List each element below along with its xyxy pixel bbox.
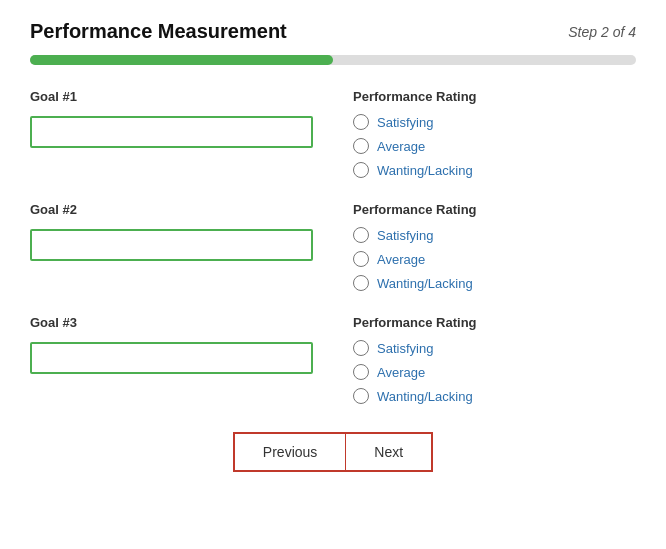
radio-label-3-2: Average (377, 365, 425, 380)
radio-option-3-3[interactable]: Wanting/Lacking (353, 388, 636, 404)
goal-row-3: Goal #3Performance RatingSatisfyingAvera… (30, 315, 636, 404)
radio-label-2-3: Wanting/Lacking (377, 276, 473, 291)
radio-input-3-1[interactable] (353, 340, 369, 356)
goal-label-1: Goal #1 (30, 89, 313, 104)
rating-label-3: Performance Rating (353, 315, 636, 330)
goal-row-1: Goal #1Performance RatingSatisfyingAvera… (30, 89, 636, 178)
rating-section-2: Performance RatingSatisfyingAverageWanti… (353, 202, 636, 291)
radio-options-2: SatisfyingAverageWanting/Lacking (353, 227, 636, 291)
radio-input-1-3[interactable] (353, 162, 369, 178)
radio-input-1-1[interactable] (353, 114, 369, 130)
progress-bar-fill (30, 55, 333, 65)
radio-option-2-3[interactable]: Wanting/Lacking (353, 275, 636, 291)
radio-input-2-1[interactable] (353, 227, 369, 243)
next-button[interactable]: Next (346, 434, 431, 470)
goal-label-3: Goal #3 (30, 315, 313, 330)
radio-input-3-3[interactable] (353, 388, 369, 404)
goal-label-2: Goal #2 (30, 202, 313, 217)
radio-option-3-1[interactable]: Satisfying (353, 340, 636, 356)
radio-options-3: SatisfyingAverageWanting/Lacking (353, 340, 636, 404)
goal-left-3: Goal #3 (30, 315, 313, 404)
radio-label-1-2: Average (377, 139, 425, 154)
progress-bar-container (30, 55, 636, 65)
radio-label-1-1: Satisfying (377, 115, 433, 130)
goal-left-1: Goal #1 (30, 89, 313, 178)
rating-section-3: Performance RatingSatisfyingAverageWanti… (353, 315, 636, 404)
radio-input-2-3[interactable] (353, 275, 369, 291)
radio-label-3-1: Satisfying (377, 341, 433, 356)
goal-input-1[interactable] (30, 116, 313, 148)
rating-section-1: Performance RatingSatisfyingAverageWanti… (353, 89, 636, 178)
radio-label-1-3: Wanting/Lacking (377, 163, 473, 178)
radio-label-2-1: Satisfying (377, 228, 433, 243)
radio-option-2-1[interactable]: Satisfying (353, 227, 636, 243)
goal-input-2[interactable] (30, 229, 313, 261)
page-title: Performance Measurement (30, 20, 287, 43)
radio-option-1-3[interactable]: Wanting/Lacking (353, 162, 636, 178)
previous-button[interactable]: Previous (235, 434, 345, 470)
radio-option-1-2[interactable]: Average (353, 138, 636, 154)
radio-option-3-2[interactable]: Average (353, 364, 636, 380)
buttons-box: Previous Next (233, 432, 433, 472)
radio-option-2-2[interactable]: Average (353, 251, 636, 267)
goal-input-3[interactable] (30, 342, 313, 374)
goal-left-2: Goal #2 (30, 202, 313, 291)
rating-label-1: Performance Rating (353, 89, 636, 104)
radio-input-2-2[interactable] (353, 251, 369, 267)
step-label: Step 2 of 4 (568, 24, 636, 40)
goal-row-2: Goal #2Performance RatingSatisfyingAvera… (30, 202, 636, 291)
buttons-row: Previous Next (30, 432, 636, 472)
goals-section: Goal #1Performance RatingSatisfyingAvera… (30, 89, 636, 404)
radio-label-3-3: Wanting/Lacking (377, 389, 473, 404)
radio-option-1-1[interactable]: Satisfying (353, 114, 636, 130)
radio-input-1-2[interactable] (353, 138, 369, 154)
radio-options-1: SatisfyingAverageWanting/Lacking (353, 114, 636, 178)
radio-input-3-2[interactable] (353, 364, 369, 380)
rating-label-2: Performance Rating (353, 202, 636, 217)
radio-label-2-2: Average (377, 252, 425, 267)
